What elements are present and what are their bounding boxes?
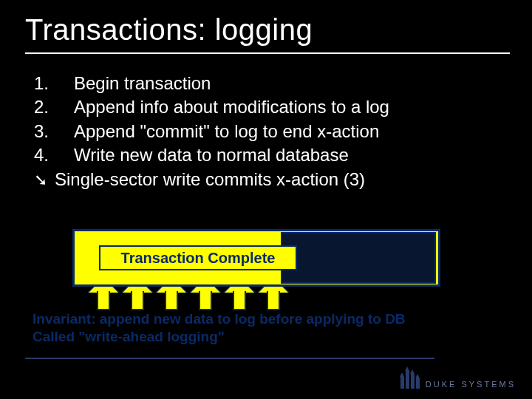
list-item: 4. Write new data to normal database: [34, 143, 532, 167]
down-right-arrow-icon: ➘: [34, 169, 55, 191]
list-text: Begin transaction: [74, 72, 532, 95]
list-item: 1. Begin transaction: [34, 72, 532, 95]
transaction-complete-label: Transaction Complete: [99, 245, 297, 270]
dark-panel: [281, 232, 436, 284]
list-item: 2. Append info about modifications to a …: [34, 95, 532, 119]
numbered-list: 1. Begin transaction 2. Append info abou…: [0, 54, 532, 191]
conclusion-text: Single-sector write commits x-action (3): [55, 168, 532, 191]
chapel-icon: [400, 366, 420, 389]
list-text: Write new data to normal database: [74, 143, 532, 167]
invariant-line-2: Called "write-ahead logging": [33, 328, 406, 346]
slide-title: Transactions: logging: [0, 0, 532, 50]
footer-rule: [25, 358, 434, 359]
list-text: Append "commit" to log to end x-action: [74, 120, 532, 143]
invariant-text: Invariant: append new data to log before…: [33, 310, 406, 346]
list-item: 3. Append "commit" to log to end x-actio…: [34, 120, 532, 143]
list-number: 3.: [34, 120, 74, 143]
list-number: 2.: [34, 95, 74, 119]
footer-logo-text: Duke Systems: [426, 380, 516, 389]
diagram: Transaction Complete: [44, 229, 488, 310]
conclusion-row: ➘ Single-sector write commits x-action (…: [34, 168, 532, 191]
list-text: Append info about modifications to a log: [74, 95, 532, 119]
invariant-line-1: Invariant: append new data to log before…: [33, 310, 406, 328]
list-number: 4.: [34, 143, 74, 167]
slide: Transactions: logging 1. Begin transacti…: [0, 0, 532, 399]
footer-logo: Duke Systems: [400, 366, 516, 389]
list-number: 1.: [34, 72, 74, 95]
